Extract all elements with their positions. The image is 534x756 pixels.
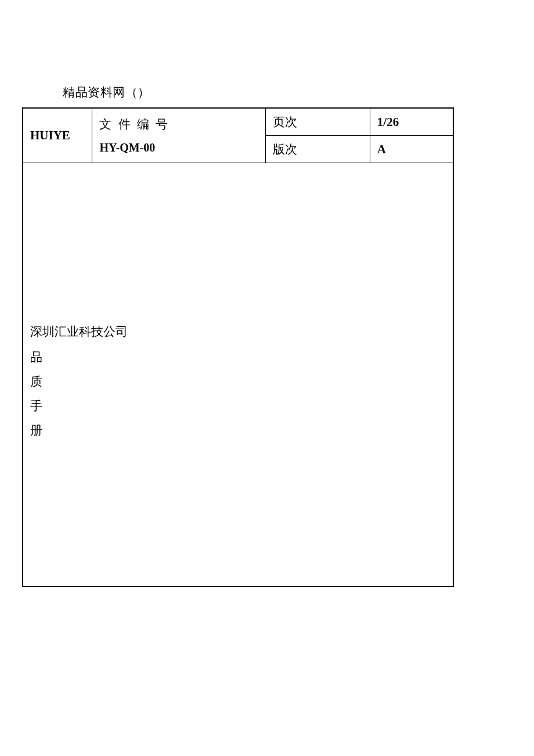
- site-note: 精品资料网（）: [63, 84, 150, 100]
- title-char: 质: [30, 369, 447, 394]
- page-value-cell: 1/26: [370, 108, 453, 136]
- doc-number-value: HY-QM-00: [99, 141, 155, 154]
- title-char: 册: [30, 418, 447, 442]
- version-label-cell: 版次: [266, 136, 370, 163]
- doc-number-cell: 文 件 编 号 HY-QM-00: [92, 108, 266, 163]
- version-value-cell: A: [370, 136, 453, 163]
- page-label-cell: 页次: [266, 108, 370, 136]
- brand-cell: HUIYE: [23, 108, 92, 163]
- document-header-table: HUIYE 文 件 编 号 HY-QM-00 页次 1/26 版次 A 深圳汇业…: [22, 107, 454, 587]
- title-char: 手: [30, 394, 447, 418]
- doc-number-label: 文 件 编 号: [99, 116, 259, 132]
- document-body-cell: 深圳汇业科技公司 品 质 手 册: [23, 163, 453, 586]
- title-char: 品: [30, 345, 447, 369]
- company-name: 深圳汇业科技公司: [30, 319, 447, 344]
